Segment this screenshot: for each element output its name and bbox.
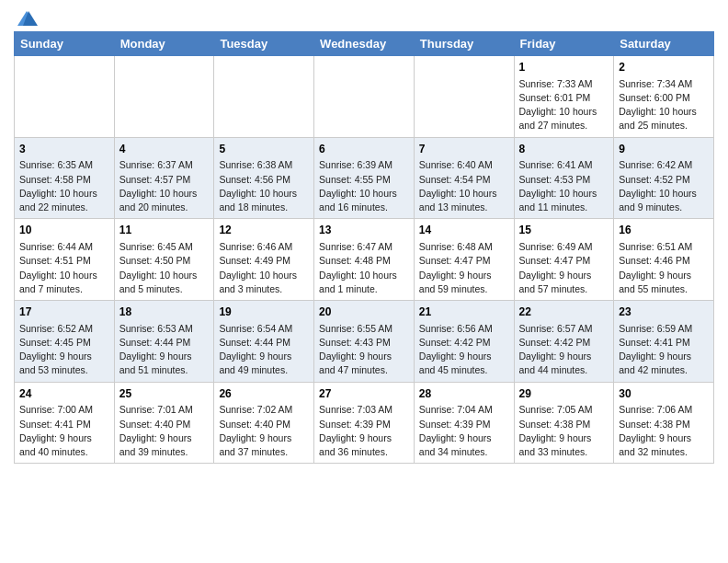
day-number: 13 bbox=[319, 223, 409, 238]
day-number: 28 bbox=[419, 386, 509, 402]
calendar-cell: 14Sunrise: 6:48 AM Sunset: 4:47 PM Dayli… bbox=[414, 219, 514, 301]
calendar-cell: 2Sunrise: 7:34 AM Sunset: 6:00 PM Daylig… bbox=[614, 56, 714, 138]
day-number: 10 bbox=[19, 223, 109, 238]
calendar-header-row: SundayMondayTuesdayWednesdayThursdayFrid… bbox=[15, 32, 714, 56]
calendar-cell: 17Sunrise: 6:52 AM Sunset: 4:45 PM Dayli… bbox=[15, 301, 115, 383]
day-info: Sunrise: 6:47 AM Sunset: 4:48 PM Dayligh… bbox=[319, 240, 409, 296]
calendar-cell: 30Sunrise: 7:06 AM Sunset: 4:38 PM Dayli… bbox=[614, 382, 714, 464]
day-number: 27 bbox=[319, 386, 409, 402]
day-number: 30 bbox=[619, 386, 709, 402]
calendar-cell: 24Sunrise: 7:00 AM Sunset: 4:41 PM Dayli… bbox=[15, 382, 115, 464]
calendar-cell: 18Sunrise: 6:53 AM Sunset: 4:44 PM Dayli… bbox=[114, 301, 214, 383]
calendar-cell: 9Sunrise: 6:42 AM Sunset: 4:52 PM Daylig… bbox=[614, 137, 714, 219]
logo-text bbox=[14, 9, 38, 28]
day-number: 22 bbox=[519, 304, 609, 320]
weekday-header-tuesday: Tuesday bbox=[214, 32, 314, 56]
day-number: 14 bbox=[419, 223, 509, 238]
calendar-cell bbox=[114, 56, 214, 138]
calendar-cell: 28Sunrise: 7:04 AM Sunset: 4:39 PM Dayli… bbox=[414, 382, 514, 464]
calendar-cell: 3Sunrise: 6:35 AM Sunset: 4:58 PM Daylig… bbox=[15, 137, 115, 219]
day-info: Sunrise: 7:33 AM Sunset: 6:01 PM Dayligh… bbox=[519, 77, 609, 133]
day-number: 2 bbox=[619, 60, 709, 75]
day-info: Sunrise: 7:34 AM Sunset: 6:00 PM Dayligh… bbox=[619, 77, 709, 133]
day-number: 17 bbox=[19, 304, 109, 320]
day-info: Sunrise: 7:01 AM Sunset: 4:40 PM Dayligh… bbox=[119, 403, 210, 459]
day-info: Sunrise: 6:55 AM Sunset: 4:43 PM Dayligh… bbox=[319, 322, 409, 378]
calendar-cell: 7Sunrise: 6:40 AM Sunset: 4:54 PM Daylig… bbox=[414, 137, 514, 219]
calendar-week-5: 24Sunrise: 7:00 AM Sunset: 4:41 PM Dayli… bbox=[15, 382, 714, 464]
day-info: Sunrise: 6:41 AM Sunset: 4:53 PM Dayligh… bbox=[519, 158, 609, 214]
day-number: 26 bbox=[219, 386, 309, 402]
day-info: Sunrise: 7:00 AM Sunset: 4:41 PM Dayligh… bbox=[19, 403, 109, 459]
day-info: Sunrise: 6:53 AM Sunset: 4:44 PM Dayligh… bbox=[119, 322, 210, 378]
calendar-cell: 29Sunrise: 7:05 AM Sunset: 4:38 PM Dayli… bbox=[514, 382, 614, 464]
day-info: Sunrise: 6:40 AM Sunset: 4:54 PM Dayligh… bbox=[419, 158, 509, 214]
day-info: Sunrise: 6:46 AM Sunset: 4:49 PM Dayligh… bbox=[219, 240, 309, 296]
day-number: 25 bbox=[119, 386, 210, 402]
calendar-week-2: 3Sunrise: 6:35 AM Sunset: 4:58 PM Daylig… bbox=[15, 137, 714, 219]
calendar-cell: 16Sunrise: 6:51 AM Sunset: 4:46 PM Dayli… bbox=[614, 219, 714, 301]
day-info: Sunrise: 7:04 AM Sunset: 4:39 PM Dayligh… bbox=[419, 403, 509, 459]
calendar-cell bbox=[214, 56, 314, 138]
day-info: Sunrise: 6:57 AM Sunset: 4:42 PM Dayligh… bbox=[519, 322, 609, 378]
day-info: Sunrise: 6:51 AM Sunset: 4:46 PM Dayligh… bbox=[619, 240, 709, 296]
day-number: 6 bbox=[319, 142, 409, 157]
calendar-cell: 5Sunrise: 6:38 AM Sunset: 4:56 PM Daylig… bbox=[214, 137, 314, 219]
day-number: 21 bbox=[419, 304, 509, 320]
calendar-cell bbox=[414, 56, 514, 138]
day-info: Sunrise: 6:56 AM Sunset: 4:42 PM Dayligh… bbox=[419, 322, 509, 378]
weekday-header-saturday: Saturday bbox=[614, 32, 714, 56]
day-info: Sunrise: 6:42 AM Sunset: 4:52 PM Dayligh… bbox=[619, 158, 709, 214]
calendar-cell: 22Sunrise: 6:57 AM Sunset: 4:42 PM Dayli… bbox=[514, 301, 614, 383]
calendar-cell bbox=[314, 56, 415, 138]
day-number: 19 bbox=[219, 304, 309, 320]
weekday-header-sunday: Sunday bbox=[15, 32, 115, 56]
calendar-cell: 13Sunrise: 6:47 AM Sunset: 4:48 PM Dayli… bbox=[314, 219, 415, 301]
day-number: 24 bbox=[19, 386, 109, 402]
calendar-cell: 19Sunrise: 6:54 AM Sunset: 4:44 PM Dayli… bbox=[214, 301, 314, 383]
page-header bbox=[14, 9, 714, 24]
calendar-cell: 11Sunrise: 6:45 AM Sunset: 4:50 PM Dayli… bbox=[114, 219, 214, 301]
weekday-header-thursday: Thursday bbox=[414, 32, 514, 56]
logo-icon bbox=[16, 9, 38, 28]
calendar-cell: 25Sunrise: 7:01 AM Sunset: 4:40 PM Dayli… bbox=[114, 382, 214, 464]
calendar-cell: 1Sunrise: 7:33 AM Sunset: 6:01 PM Daylig… bbox=[514, 56, 614, 138]
day-number: 29 bbox=[519, 386, 609, 402]
calendar-cell: 27Sunrise: 7:03 AM Sunset: 4:39 PM Dayli… bbox=[314, 382, 415, 464]
day-info: Sunrise: 6:48 AM Sunset: 4:47 PM Dayligh… bbox=[419, 240, 509, 296]
day-number: 3 bbox=[19, 142, 109, 157]
day-number: 7 bbox=[419, 142, 509, 157]
day-number: 4 bbox=[119, 142, 210, 157]
day-number: 8 bbox=[519, 142, 609, 157]
calendar-cell: 15Sunrise: 6:49 AM Sunset: 4:47 PM Dayli… bbox=[514, 219, 614, 301]
day-number: 5 bbox=[219, 142, 309, 157]
day-number: 11 bbox=[119, 223, 210, 238]
day-number: 12 bbox=[219, 223, 309, 238]
day-info: Sunrise: 6:37 AM Sunset: 4:57 PM Dayligh… bbox=[119, 158, 210, 214]
day-info: Sunrise: 7:06 AM Sunset: 4:38 PM Dayligh… bbox=[619, 403, 709, 459]
calendar-week-4: 17Sunrise: 6:52 AM Sunset: 4:45 PM Dayli… bbox=[15, 301, 714, 383]
calendar-cell: 4Sunrise: 6:37 AM Sunset: 4:57 PM Daylig… bbox=[114, 137, 214, 219]
calendar-cell: 6Sunrise: 6:39 AM Sunset: 4:55 PM Daylig… bbox=[314, 137, 415, 219]
day-number: 9 bbox=[619, 142, 709, 157]
calendar-table: SundayMondayTuesdayWednesdayThursdayFrid… bbox=[14, 31, 714, 464]
day-number: 18 bbox=[119, 304, 210, 320]
calendar-cell bbox=[15, 56, 115, 138]
day-info: Sunrise: 6:45 AM Sunset: 4:50 PM Dayligh… bbox=[119, 240, 210, 296]
calendar-cell: 21Sunrise: 6:56 AM Sunset: 4:42 PM Dayli… bbox=[414, 301, 514, 383]
calendar-week-3: 10Sunrise: 6:44 AM Sunset: 4:51 PM Dayli… bbox=[15, 219, 714, 301]
day-info: Sunrise: 6:39 AM Sunset: 4:55 PM Dayligh… bbox=[319, 158, 409, 214]
calendar-cell: 12Sunrise: 6:46 AM Sunset: 4:49 PM Dayli… bbox=[214, 219, 314, 301]
calendar-cell: 23Sunrise: 6:59 AM Sunset: 4:41 PM Dayli… bbox=[614, 301, 714, 383]
day-info: Sunrise: 6:44 AM Sunset: 4:51 PM Dayligh… bbox=[19, 240, 109, 296]
day-info: Sunrise: 6:38 AM Sunset: 4:56 PM Dayligh… bbox=[219, 158, 309, 214]
day-info: Sunrise: 7:02 AM Sunset: 4:40 PM Dayligh… bbox=[219, 403, 309, 459]
weekday-header-friday: Friday bbox=[514, 32, 614, 56]
day-info: Sunrise: 6:59 AM Sunset: 4:41 PM Dayligh… bbox=[619, 322, 709, 378]
calendar-cell: 8Sunrise: 6:41 AM Sunset: 4:53 PM Daylig… bbox=[514, 137, 614, 219]
day-info: Sunrise: 6:49 AM Sunset: 4:47 PM Dayligh… bbox=[519, 240, 609, 296]
logo bbox=[14, 9, 38, 24]
day-info: Sunrise: 7:03 AM Sunset: 4:39 PM Dayligh… bbox=[319, 403, 409, 459]
day-info: Sunrise: 6:52 AM Sunset: 4:45 PM Dayligh… bbox=[19, 322, 109, 378]
day-info: Sunrise: 6:35 AM Sunset: 4:58 PM Dayligh… bbox=[19, 158, 109, 214]
